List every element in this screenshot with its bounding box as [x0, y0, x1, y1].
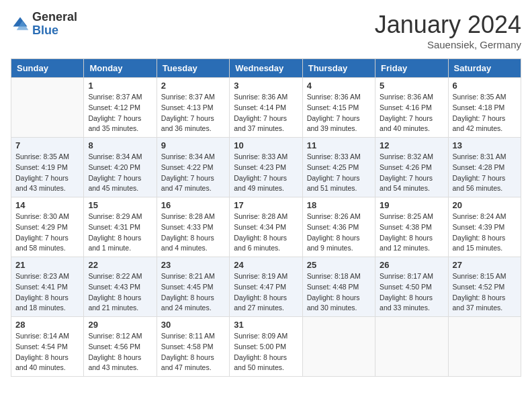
day-info: Sunrise: 8:21 AMSunset: 4:45 PMDaylight:…: [161, 271, 225, 314]
day-number: 6: [453, 81, 517, 91]
day-info: Sunrise: 8:35 AMSunset: 4:19 PMDaylight:…: [15, 152, 79, 194]
day-number: 31: [234, 320, 298, 330]
day-number: 20: [453, 200, 517, 210]
calendar-day-cell: 15Sunrise: 8:29 AMSunset: 4:31 PMDayligh…: [84, 197, 157, 257]
day-number: 30: [161, 320, 225, 330]
logo-text: General Blue: [32, 11, 77, 38]
calendar-day-header: Thursday: [302, 59, 375, 78]
day-number: 12: [380, 140, 443, 150]
day-number: 15: [88, 200, 152, 210]
calendar-day-cell: 22Sunrise: 8:22 AMSunset: 4:43 PMDayligh…: [84, 257, 157, 317]
calendar-day-cell: [11, 78, 84, 138]
day-info: Sunrise: 8:24 AMSunset: 4:39 PMDaylight:…: [453, 212, 517, 254]
calendar-day-cell: [302, 317, 375, 377]
calendar-day-cell: 16Sunrise: 8:28 AMSunset: 4:33 PMDayligh…: [157, 197, 229, 257]
calendar-day-header: Saturday: [448, 59, 521, 78]
day-info: Sunrise: 8:36 AMSunset: 4:16 PMDaylight:…: [380, 92, 443, 134]
day-info: Sunrise: 8:35 AMSunset: 4:18 PMDaylight:…: [453, 92, 517, 134]
location-label: Sauensiek, Germany: [375, 39, 521, 50]
day-info: Sunrise: 8:37 AMSunset: 4:12 PMDaylight:…: [88, 92, 152, 134]
calendar-day-cell: 28Sunrise: 8:14 AMSunset: 4:54 PMDayligh…: [11, 317, 84, 377]
day-number: 22: [88, 260, 152, 270]
day-info: Sunrise: 8:34 AMSunset: 4:20 PMDaylight:…: [88, 152, 152, 194]
calendar-day-header: Wednesday: [230, 59, 302, 78]
day-info: Sunrise: 8:15 AMSunset: 4:52 PMDaylight:…: [453, 271, 517, 314]
calendar-day-cell: 18Sunrise: 8:26 AMSunset: 4:36 PMDayligh…: [302, 197, 375, 257]
day-info: Sunrise: 8:37 AMSunset: 4:13 PMDaylight:…: [161, 92, 225, 134]
calendar-day-cell: 10Sunrise: 8:33 AMSunset: 4:23 PMDayligh…: [230, 138, 302, 197]
logo: General Blue: [11, 11, 77, 38]
day-number: 29: [88, 320, 152, 330]
day-info: Sunrise: 8:33 AMSunset: 4:25 PMDaylight:…: [307, 152, 371, 194]
calendar-day-cell: 20Sunrise: 8:24 AMSunset: 4:39 PMDayligh…: [448, 197, 521, 257]
calendar-day-cell: 8Sunrise: 8:34 AMSunset: 4:20 PMDaylight…: [84, 138, 157, 197]
day-info: Sunrise: 8:28 AMSunset: 4:33 PMDaylight:…: [161, 212, 225, 254]
day-number: 25: [307, 260, 371, 270]
day-info: Sunrise: 8:30 AMSunset: 4:29 PMDaylight:…: [15, 212, 79, 254]
day-number: 10: [234, 140, 298, 150]
calendar-day-cell: 31Sunrise: 8:09 AMSunset: 5:00 PMDayligh…: [230, 317, 302, 377]
calendar-day-header: Tuesday: [157, 59, 229, 78]
day-info: Sunrise: 8:14 AMSunset: 4:54 PMDaylight:…: [15, 331, 79, 373]
day-info: Sunrise: 8:36 AMSunset: 4:14 PMDaylight:…: [234, 92, 298, 134]
calendar-day-cell: 26Sunrise: 8:17 AMSunset: 4:50 PMDayligh…: [375, 257, 448, 317]
calendar-day-cell: 24Sunrise: 8:19 AMSunset: 4:47 PMDayligh…: [230, 257, 302, 317]
day-number: 28: [15, 320, 79, 330]
month-title: January 2024: [375, 11, 521, 39]
day-number: 23: [161, 260, 225, 270]
day-number: 9: [161, 140, 225, 150]
calendar-day-cell: 4Sunrise: 8:36 AMSunset: 4:15 PMDaylight…: [302, 78, 375, 138]
calendar-day-cell: 6Sunrise: 8:35 AMSunset: 4:18 PMDaylight…: [448, 78, 521, 138]
day-number: 26: [380, 260, 443, 270]
calendar-day-cell: 19Sunrise: 8:25 AMSunset: 4:38 PMDayligh…: [375, 197, 448, 257]
calendar-day-cell: 27Sunrise: 8:15 AMSunset: 4:52 PMDayligh…: [448, 257, 521, 317]
day-info: Sunrise: 8:11 AMSunset: 4:58 PMDaylight:…: [161, 331, 225, 373]
day-number: 14: [15, 200, 79, 210]
day-number: 4: [307, 81, 371, 91]
calendar-day-cell: 29Sunrise: 8:12 AMSunset: 4:56 PMDayligh…: [84, 317, 157, 377]
day-number: 2: [161, 81, 225, 91]
page-header: General Blue January 2024 Sauensiek, Ger…: [11, 11, 521, 50]
calendar-header-row: SundayMondayTuesdayWednesdayThursdayFrid…: [11, 59, 521, 78]
day-info: Sunrise: 8:26 AMSunset: 4:36 PMDaylight:…: [307, 212, 371, 254]
day-info: Sunrise: 8:18 AMSunset: 4:48 PMDaylight:…: [307, 271, 371, 314]
calendar-day-cell: 25Sunrise: 8:18 AMSunset: 4:48 PMDayligh…: [302, 257, 375, 317]
calendar-day-header: Sunday: [11, 59, 84, 78]
day-info: Sunrise: 8:12 AMSunset: 4:56 PMDaylight:…: [88, 331, 152, 373]
day-info: Sunrise: 8:28 AMSunset: 4:34 PMDaylight:…: [234, 212, 298, 254]
calendar-day-cell: 13Sunrise: 8:31 AMSunset: 4:28 PMDayligh…: [448, 138, 521, 197]
day-number: 11: [307, 140, 371, 150]
title-block: January 2024 Sauensiek, Germany: [375, 11, 521, 50]
day-info: Sunrise: 8:34 AMSunset: 4:22 PMDaylight:…: [161, 152, 225, 194]
calendar-day-header: Monday: [84, 59, 157, 78]
day-number: 16: [161, 200, 225, 210]
calendar-week-row: 1Sunrise: 8:37 AMSunset: 4:12 PMDaylight…: [11, 78, 521, 138]
day-info: Sunrise: 8:32 AMSunset: 4:26 PMDaylight:…: [380, 152, 443, 194]
calendar-day-cell: 3Sunrise: 8:36 AMSunset: 4:14 PMDaylight…: [230, 78, 302, 138]
calendar-day-cell: 11Sunrise: 8:33 AMSunset: 4:25 PMDayligh…: [302, 138, 375, 197]
day-info: Sunrise: 8:09 AMSunset: 5:00 PMDaylight:…: [234, 331, 298, 373]
day-info: Sunrise: 8:29 AMSunset: 4:31 PMDaylight:…: [88, 212, 152, 254]
day-info: Sunrise: 8:31 AMSunset: 4:28 PMDaylight:…: [453, 152, 517, 194]
calendar-day-cell: [448, 317, 521, 377]
day-info: Sunrise: 8:22 AMSunset: 4:43 PMDaylight:…: [88, 271, 152, 314]
day-info: Sunrise: 8:25 AMSunset: 4:38 PMDaylight:…: [380, 212, 443, 254]
day-number: 3: [234, 81, 298, 91]
day-info: Sunrise: 8:33 AMSunset: 4:23 PMDaylight:…: [234, 152, 298, 194]
calendar-day-cell: 7Sunrise: 8:35 AMSunset: 4:19 PMDaylight…: [11, 138, 84, 197]
calendar-week-row: 21Sunrise: 8:23 AMSunset: 4:41 PMDayligh…: [11, 257, 521, 317]
calendar-day-cell: 2Sunrise: 8:37 AMSunset: 4:13 PMDaylight…: [157, 78, 229, 138]
day-number: 21: [15, 260, 79, 270]
calendar-day-cell: 1Sunrise: 8:37 AMSunset: 4:12 PMDaylight…: [84, 78, 157, 138]
day-info: Sunrise: 8:23 AMSunset: 4:41 PMDaylight:…: [15, 271, 79, 314]
calendar-day-header: Friday: [375, 59, 448, 78]
day-number: 19: [380, 200, 443, 210]
day-info: Sunrise: 8:17 AMSunset: 4:50 PMDaylight:…: [380, 271, 443, 314]
calendar-table: SundayMondayTuesdayWednesdayThursdayFrid…: [11, 58, 521, 377]
calendar-day-cell: 23Sunrise: 8:21 AMSunset: 4:45 PMDayligh…: [157, 257, 229, 317]
calendar-day-cell: 30Sunrise: 8:11 AMSunset: 4:58 PMDayligh…: [157, 317, 229, 377]
day-number: 18: [307, 200, 371, 210]
logo-blue-text: Blue: [32, 24, 77, 38]
day-info: Sunrise: 8:19 AMSunset: 4:47 PMDaylight:…: [234, 271, 298, 314]
day-number: 1: [88, 81, 152, 91]
